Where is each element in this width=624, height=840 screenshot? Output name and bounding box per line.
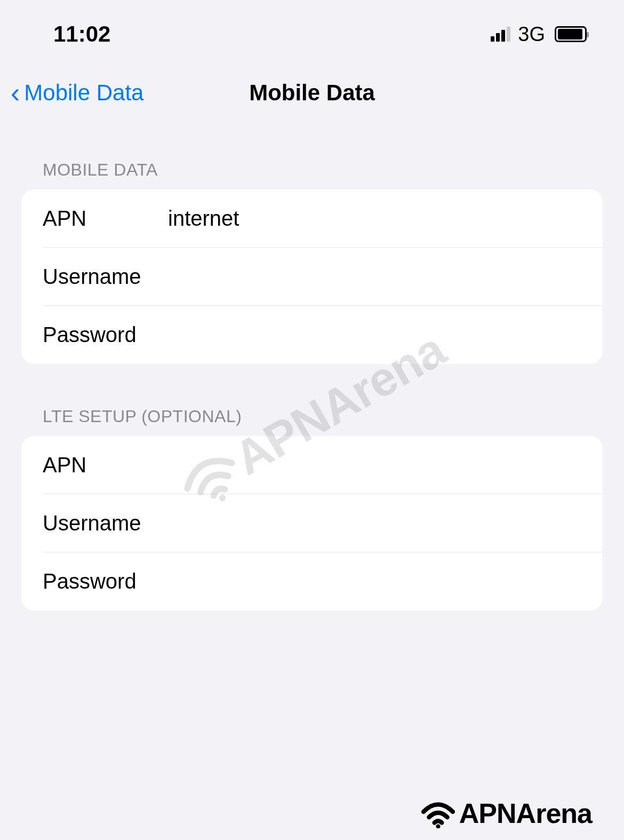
page-title: Mobile Data bbox=[249, 80, 375, 106]
navigation-bar: ‹ Mobile Data Mobile Data bbox=[0, 58, 624, 123]
lte-apn-input[interactable] bbox=[168, 453, 581, 477]
watermark-bottom: APNArena bbox=[418, 797, 592, 829]
svg-point-1 bbox=[436, 824, 440, 828]
lte-password-row[interactable]: Password bbox=[21, 552, 603, 611]
content: MOBILE DATA APN Username Password LTE SE… bbox=[0, 123, 624, 611]
section-header-lte: LTE SETUP (OPTIONAL) bbox=[21, 407, 603, 426]
lte-apn-row[interactable]: APN bbox=[21, 436, 603, 494]
apn-label: APN bbox=[43, 207, 168, 231]
username-label: Username bbox=[43, 265, 168, 289]
username-row[interactable]: Username bbox=[21, 248, 603, 306]
back-label: Mobile Data bbox=[24, 80, 143, 106]
lte-card: APN Username Password bbox=[21, 436, 603, 611]
wifi-icon bbox=[418, 799, 458, 828]
lte-apn-label: APN bbox=[43, 453, 168, 477]
chevron-left-icon: ‹ bbox=[11, 79, 20, 107]
password-row[interactable]: Password bbox=[21, 306, 603, 364]
back-button[interactable]: ‹ Mobile Data bbox=[11, 79, 143, 107]
lte-username-input[interactable] bbox=[168, 511, 581, 535]
lte-password-label: Password bbox=[43, 569, 168, 593]
lte-password-input[interactable] bbox=[168, 569, 581, 593]
apn-input[interactable] bbox=[168, 207, 581, 231]
status-bar: 11:02 3G bbox=[0, 0, 624, 58]
password-label: Password bbox=[43, 323, 168, 347]
signal-icon bbox=[491, 27, 510, 42]
password-input[interactable] bbox=[168, 323, 581, 347]
watermark-bottom-text: APNArena bbox=[459, 797, 592, 829]
battery-icon bbox=[555, 26, 587, 42]
status-indicators: 3G bbox=[491, 23, 587, 46]
lte-username-label: Username bbox=[43, 511, 168, 535]
lte-username-row[interactable]: Username bbox=[21, 494, 603, 552]
network-type: 3G bbox=[518, 23, 545, 46]
apn-row[interactable]: APN bbox=[21, 189, 603, 248]
section-header-mobile-data: MOBILE DATA bbox=[21, 160, 603, 180]
status-time: 11:02 bbox=[53, 21, 110, 47]
mobile-data-card: APN Username Password bbox=[21, 189, 603, 364]
username-input[interactable] bbox=[168, 265, 581, 289]
